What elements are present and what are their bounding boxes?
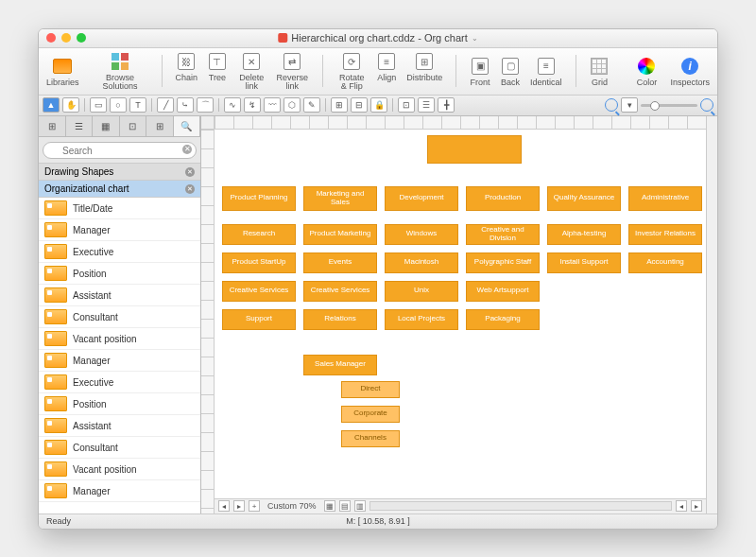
org-node[interactable]: Support [222,309,296,330]
org-node[interactable]: Development [385,186,458,211]
org-node[interactable]: Creative Services [222,281,296,302]
tab-list[interactable]: ⊡ [120,116,147,136]
hscrollbar[interactable] [369,501,672,511]
shape-item[interactable]: Executive [39,372,200,393]
org-node[interactable]: Accounting [628,252,702,273]
arc-tool[interactable]: ⌒ [197,97,214,113]
ruler-horizontal[interactable] [215,116,706,130]
spline-tool[interactable]: ∿ [224,97,241,113]
shape-item[interactable]: Consultant [39,437,200,459]
smart-connector-tool[interactable]: ↯ [244,97,261,113]
group-tool[interactable]: ⊞ [331,97,348,113]
shape-item[interactable]: Position [39,263,200,285]
scroll-left-button[interactable]: ◂ [676,500,687,512]
section-org-chart[interactable]: Organizational chart ✕ [39,181,200,198]
front-button[interactable]: ▣Front [470,56,490,87]
org-node[interactable]: Local Projects [385,309,458,330]
org-node[interactable]: Investor Relations [628,224,702,245]
shape-item[interactable]: Title/Date [39,198,200,219]
hand-tool[interactable]: ✋ [62,97,79,113]
zoom-out-icon[interactable] [605,98,618,112]
canvas[interactable]: PresidentCSOProduct PlanningMarketing an… [215,130,706,498]
line-tool[interactable]: ╱ [157,97,174,113]
freehand-tool[interactable]: ✎ [303,97,320,113]
back-button[interactable]: ▢Back [500,56,521,87]
org-node[interactable]: Windows [385,224,458,245]
org-node[interactable]: Unix [385,281,458,302]
scroll-right-button[interactable]: ▸ [691,500,702,512]
shape-item[interactable]: Manager [39,219,200,241]
tab-shapes[interactable]: ▦ [93,116,120,136]
clear-search-button[interactable]: ✕ [182,145,192,154]
org-node[interactable]: Relations [303,309,377,330]
bezier-tool[interactable]: 〰 [264,97,281,113]
page-prev-button[interactable]: ◂ [218,500,230,512]
distribute-button[interactable]: ⊞Distribute [406,51,442,91]
shape-item[interactable]: Manager [39,350,200,372]
snap-tool[interactable]: ⊡ [398,97,415,113]
view-mode-2[interactable]: ▤ [339,500,351,512]
org-node[interactable]: Creative and Division [466,224,540,245]
search-field[interactable]: ✕ [43,141,197,160]
org-node[interactable]: Alpha-testing [547,224,621,245]
org-node[interactable]: Corporate [341,406,400,423]
align-button[interactable]: ≡Align [376,51,397,91]
delete-link-button[interactable]: ✕Delete link [237,51,266,91]
rotate-flip-button[interactable]: ⟳Rotate & Flip [336,51,367,91]
lock-tool[interactable]: 🔒 [370,97,387,113]
ungroup-tool[interactable]: ⊟ [351,97,368,113]
shape-item[interactable]: Vacant position [39,459,200,480]
pointer-tool[interactable]: ▲ [43,97,60,113]
page-next-button[interactable]: ▸ [233,500,245,512]
color-button[interactable]: Color [636,56,657,87]
org-node[interactable] [427,135,522,164]
tree-button[interactable]: ⊤Tree [207,51,228,91]
org-node[interactable]: Direct [341,381,400,398]
section-drawing-shapes[interactable]: Drawing Shapes ✕ [39,164,200,181]
shape-item[interactable]: Position [39,393,200,415]
identical-button[interactable]: ≡Identical [530,56,562,87]
chain-button[interactable]: ⛓Chain [175,51,198,91]
org-node[interactable]: Product Planning [222,186,296,211]
shape-item[interactable]: Executive [39,241,200,263]
org-node[interactable]: Events [303,252,377,273]
reverse-link-button[interactable]: ⇄Reverse link [275,51,309,91]
org-node[interactable]: Product Marketing [303,224,377,245]
shape-item[interactable]: Vacant position [39,328,200,350]
text-tool[interactable]: T [129,97,146,113]
view-mode-3[interactable]: ▥ [354,500,366,512]
libraries-button[interactable]: Libraries [46,56,79,87]
shape-item[interactable]: Consultant [39,306,200,328]
org-node[interactable]: Web Artsupport [466,281,540,302]
close-button[interactable] [46,33,56,43]
connector-tool[interactable]: ⤷ [177,97,194,113]
tab-search[interactable]: 🔍 [174,116,201,136]
window-title[interactable]: Hierarchical org chart.cddz - Org chart … [278,32,477,44]
shape-item[interactable]: Assistant [39,285,200,306]
layers-tool[interactable]: ☰ [418,97,435,113]
tab-grid[interactable]: ⊞ [146,116,174,136]
shape-item[interactable]: Assistant [39,415,200,437]
org-node[interactable]: Administrative [628,186,702,211]
org-node[interactable]: Quality Assurance [547,186,621,211]
zoom-dropdown[interactable]: ▾ [621,97,638,113]
org-node[interactable]: Packaging [466,309,540,330]
close-section-button[interactable]: ✕ [185,167,195,177]
rect-tool[interactable]: ▭ [90,97,107,113]
vscrollbar[interactable] [706,116,717,513]
tab-layers[interactable]: ☰ [66,116,94,136]
poly-tool[interactable]: ⬡ [284,97,301,113]
view-mode-1[interactable]: ▦ [324,500,335,512]
org-node[interactable]: Research [222,224,296,245]
browse-solutions-button[interactable]: Browse Solutions [93,51,148,91]
guides-tool[interactable]: ╋ [438,97,455,113]
maximize-button[interactable] [77,33,86,43]
org-node[interactable]: Creative Services [303,281,377,302]
zoom-in-icon[interactable] [700,98,713,112]
zoom-label[interactable]: Custom 70% [264,501,320,511]
minimize-button[interactable] [61,33,71,43]
shape-list[interactable]: Title/DateManagerExecutivePositionAssist… [39,198,200,513]
org-node[interactable]: Sales Manager [303,355,377,375]
shape-item[interactable]: Manager [39,480,200,502]
zoom-slider[interactable] [641,104,697,107]
